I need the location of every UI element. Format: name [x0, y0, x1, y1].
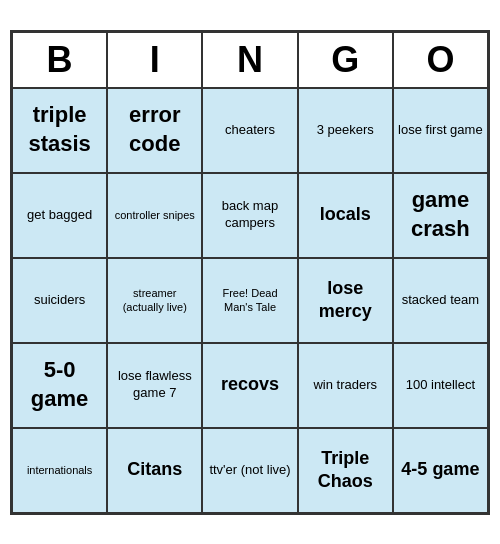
- cell-1[interactable]: error code: [107, 88, 202, 173]
- cell-23[interactable]: Triple Chaos: [298, 428, 393, 513]
- cell-2[interactable]: cheaters: [202, 88, 297, 173]
- header-b: B: [12, 32, 107, 88]
- cell-10[interactable]: suiciders: [12, 258, 107, 343]
- header-n: N: [202, 32, 297, 88]
- cell-0[interactable]: triple stasis: [12, 88, 107, 173]
- cell-9[interactable]: game crash: [393, 173, 488, 258]
- cell-14[interactable]: stacked team: [393, 258, 488, 343]
- header-i: I: [107, 32, 202, 88]
- cell-16[interactable]: lose flawless game 7: [107, 343, 202, 428]
- bingo-header: B I N G O: [12, 32, 488, 88]
- cell-21[interactable]: Citans: [107, 428, 202, 513]
- cell-17[interactable]: recovs: [202, 343, 297, 428]
- cell-15[interactable]: 5-0 game: [12, 343, 107, 428]
- bingo-grid: triple stasis error code cheaters 3 peek…: [12, 88, 488, 513]
- bingo-card: B I N G O triple stasis error code cheat…: [10, 30, 490, 515]
- cell-5[interactable]: get bagged: [12, 173, 107, 258]
- cell-11[interactable]: streamer (actually live): [107, 258, 202, 343]
- cell-8[interactable]: locals: [298, 173, 393, 258]
- cell-6[interactable]: controller snipes: [107, 173, 202, 258]
- cell-7[interactable]: back map campers: [202, 173, 297, 258]
- cell-13[interactable]: lose mercy: [298, 258, 393, 343]
- cell-4[interactable]: lose first game: [393, 88, 488, 173]
- cell-19[interactable]: 100 intellect: [393, 343, 488, 428]
- cell-3[interactable]: 3 peekers: [298, 88, 393, 173]
- cell-22[interactable]: ttv'er (not live): [202, 428, 297, 513]
- cell-24[interactable]: 4-5 game: [393, 428, 488, 513]
- cell-12[interactable]: Free! Dead Man's Tale: [202, 258, 297, 343]
- cell-20[interactable]: internationals: [12, 428, 107, 513]
- cell-18[interactable]: win traders: [298, 343, 393, 428]
- header-g: G: [298, 32, 393, 88]
- header-o: O: [393, 32, 488, 88]
